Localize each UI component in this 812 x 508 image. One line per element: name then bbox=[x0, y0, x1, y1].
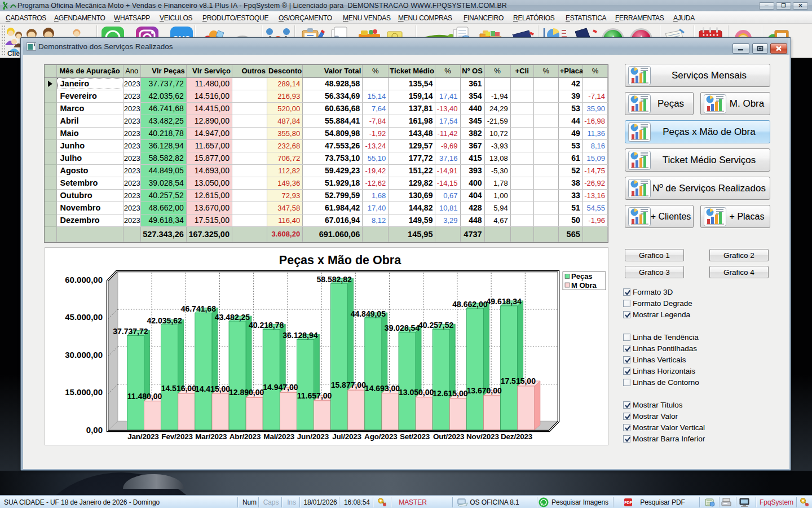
svg-text:Abr/2023: Abr/2023 bbox=[230, 432, 261, 441]
svg-text:Fev/2023: Fev/2023 bbox=[161, 432, 193, 441]
svg-text:30.000,00: 30.000,00 bbox=[65, 350, 103, 360]
svg-text:Dez/2023: Dez/2023 bbox=[501, 432, 533, 441]
svg-text:36.128,94: 36.128,94 bbox=[283, 331, 317, 340]
svg-text:49.618,34: 49.618,34 bbox=[486, 297, 521, 306]
svg-text:42.035,62: 42.035,62 bbox=[147, 316, 182, 325]
svg-text:40.257,52: 40.257,52 bbox=[418, 321, 453, 330]
svg-text:13.670,00: 13.670,00 bbox=[466, 386, 501, 395]
svg-text:14.415,00: 14.415,00 bbox=[195, 384, 230, 393]
svg-text:11.480,00: 11.480,00 bbox=[127, 392, 162, 401]
svg-text:Set/2023: Set/2023 bbox=[400, 432, 430, 441]
svg-text:46.741,68: 46.741,68 bbox=[181, 304, 216, 313]
svg-text:37.737,72: 37.737,72 bbox=[113, 327, 148, 336]
svg-text:15.877,00: 15.877,00 bbox=[331, 380, 366, 389]
svg-text:13.050,00: 13.050,00 bbox=[399, 388, 434, 397]
svg-text:Jun/2023: Jun/2023 bbox=[297, 432, 329, 441]
svg-text:60.000,00: 60.000,00 bbox=[65, 275, 103, 284]
svg-text:Jul/2023: Jul/2023 bbox=[332, 432, 361, 441]
svg-text:12.890,00: 12.890,00 bbox=[229, 388, 264, 397]
svg-text:48.662,00: 48.662,00 bbox=[452, 300, 487, 309]
svg-text:Peças: Peças bbox=[571, 272, 593, 281]
svg-text:PDF: PDF bbox=[624, 501, 633, 505]
svg-text:43.482,25: 43.482,25 bbox=[215, 313, 250, 322]
svg-text:17.515,00: 17.515,00 bbox=[501, 376, 536, 386]
svg-text:Peças x Mão de Obra: Peças x Mão de Obra bbox=[279, 253, 401, 267]
svg-text:Mar/2023: Mar/2023 bbox=[195, 432, 227, 441]
svg-text:Nov/2023: Nov/2023 bbox=[466, 432, 499, 441]
svg-text:15.000,00: 15.000,00 bbox=[65, 387, 103, 397]
svg-text:45.000,00: 45.000,00 bbox=[65, 312, 103, 322]
svg-text:Out/2023: Out/2023 bbox=[433, 432, 465, 441]
svg-text:14.693,00: 14.693,00 bbox=[365, 384, 400, 393]
svg-text:14.516,00: 14.516,00 bbox=[161, 384, 196, 393]
svg-text:Mai/2023: Mai/2023 bbox=[263, 432, 294, 441]
svg-text:44.849,05: 44.849,05 bbox=[351, 309, 386, 318]
svg-text:40.218,78: 40.218,78 bbox=[249, 321, 284, 330]
svg-text:0,00: 0,00 bbox=[86, 425, 103, 435]
svg-text:M Obra: M Obra bbox=[571, 281, 597, 290]
svg-text:Jan/2023: Jan/2023 bbox=[127, 432, 159, 441]
svg-text:11.657,00: 11.657,00 bbox=[297, 391, 332, 400]
svg-text:58.582,82: 58.582,82 bbox=[316, 275, 351, 284]
svg-text:Ago/2023: Ago/2023 bbox=[364, 432, 398, 441]
svg-text:12.615,00: 12.615,00 bbox=[433, 389, 467, 398]
svg-text:14.947,00: 14.947,00 bbox=[263, 383, 298, 392]
svg-text:39.028,54: 39.028,54 bbox=[385, 323, 420, 332]
